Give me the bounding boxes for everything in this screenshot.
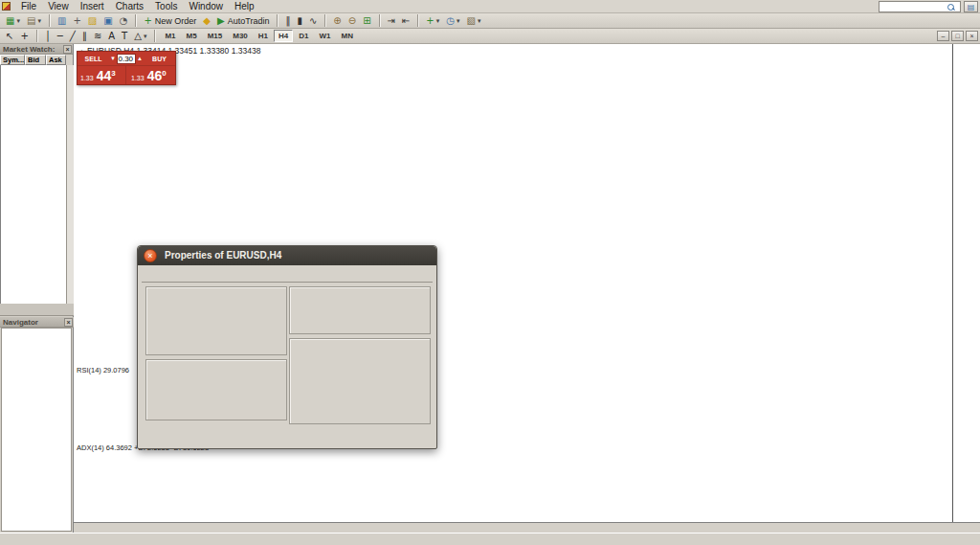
autotrading-icon: ▶ [217, 15, 225, 27]
minimize-button[interactable]: – [937, 31, 949, 41]
chart-options-group [145, 286, 287, 355]
app-icon [2, 2, 11, 11]
market-watch-close-icon[interactable]: × [63, 45, 72, 54]
timeframe-h1[interactable]: H1 [254, 30, 273, 42]
dropdown-arrow-icon: ▾ [436, 17, 440, 25]
navigator-close-icon[interactable]: × [64, 318, 73, 327]
volume-down-icon[interactable]: ▼ [109, 56, 117, 61]
line-chart-mode-button[interactable]: ∿ [306, 14, 320, 28]
menu-tools[interactable]: Tools [149, 0, 183, 12]
auto-scroll-button[interactable]: ⇥ [385, 14, 398, 28]
periods-button[interactable]: ◷▾ [443, 14, 462, 28]
candlestick-mode-button[interactable]: ▮ [294, 14, 305, 28]
metaeditor-button[interactable]: ◆ [200, 14, 213, 28]
dropdown-arrow-icon: ▾ [16, 17, 20, 25]
navigator-titlebar: Navigator × [0, 317, 74, 328]
show-options-group [289, 338, 431, 424]
dialog-titlebar[interactable]: Properties of EURUSD,H4 [138, 246, 436, 265]
menu-window[interactable]: Window [183, 0, 229, 12]
one-click-trading-widget: SELL ▼ 0.30 ▲ BUY 1.33 443 1.33 460 [77, 51, 176, 85]
fibonacci-icon: ≋ [94, 31, 101, 42]
timeframe-h4[interactable]: H4 [274, 30, 293, 42]
data-window-button[interactable]: + [70, 14, 83, 28]
search-input[interactable] [880, 2, 947, 11]
standard-toolbar: ▦▾▤▾▥+▨▣◔+New Order◆▶AutoTradin‖▮∿⊕⊖⊞⇥⇤+… [0, 13, 980, 29]
chart-window-buttons: –□× [937, 31, 978, 41]
search-box[interactable] [879, 1, 961, 12]
market-watch-rows [0, 65, 66, 304]
navigator-title: Navigator [3, 318, 38, 327]
column-header-sym[interactable]: Sym... [0, 55, 25, 65]
menu-insert[interactable]: Insert [75, 0, 110, 12]
volume-value[interactable]: 0.30 [117, 54, 136, 64]
menu-file[interactable]: File [15, 0, 42, 12]
chart-shift-icon: ⇤ [402, 15, 410, 27]
terminal-icon: ▣ [103, 15, 112, 27]
timeframe-m15[interactable]: M15 [203, 30, 228, 42]
market-watch-button[interactable]: ▥ [55, 14, 69, 28]
volume-stepper[interactable]: ▼ 0.30 ▲ [109, 52, 144, 65]
column-header-ask[interactable]: Ask [46, 55, 66, 65]
text-label-icon: T [122, 31, 127, 42]
line-studies-toolbar: ↖+│─╱∥≋AT△▾M1M5M15M30H1H4D1W1MN [0, 29, 980, 44]
trendline-button[interactable]: ╱ [67, 30, 78, 43]
crosshair-button[interactable]: + [17, 30, 31, 43]
vertical-line-icon: │ [45, 31, 51, 42]
horizontal-line-button[interactable]: ─ [55, 30, 66, 43]
dropdown-arrow-icon: ▾ [144, 33, 147, 40]
adx-pane[interactable] [74, 442, 952, 522]
help-button[interactable]: ▤ [964, 1, 978, 12]
zoom-in-button[interactable]: ⊕ [330, 14, 344, 28]
buy-price-pip: 0 [162, 69, 166, 78]
dialog-close-button[interactable]: × [144, 249, 157, 262]
new-chart-button[interactable]: ▦▾ [3, 14, 23, 28]
volume-up-icon[interactable]: ▲ [136, 56, 144, 61]
menu-help[interactable]: Help [229, 0, 260, 12]
arrows-button[interactable]: △▾ [131, 30, 149, 43]
strategy-tester-button[interactable]: ◔ [117, 14, 131, 28]
vertical-line-button[interactable]: │ [42, 30, 54, 43]
zoom-out-button[interactable]: ⊖ [345, 14, 359, 28]
cursor-button[interactable]: ↖ [3, 30, 16, 43]
menu-charts[interactable]: Charts [110, 0, 149, 12]
timeframe-m5[interactable]: M5 [182, 30, 202, 42]
templates-button[interactable]: ▧▾ [463, 14, 483, 28]
close-button[interactable]: × [966, 31, 978, 41]
chart-shift-button[interactable]: ⇤ [399, 14, 412, 28]
new-order-button[interactable]: +New Order [141, 14, 199, 28]
market-watch-scrollbar[interactable] [66, 65, 74, 304]
mt4-terminal: { "window": { "menu": ["File","View","In… [0, 0, 980, 545]
navigator-body[interactable] [1, 328, 72, 532]
equidistant-channel-button[interactable]: ∥ [79, 30, 90, 43]
left-panel: Market Watch: 12:13 × Sym...BidAsk Navig… [0, 44, 74, 533]
column-header-bid[interactable]: Bid [25, 55, 46, 65]
buy-price[interactable]: 1.33 460 [126, 66, 175, 84]
timeframe-mn[interactable]: MN [337, 30, 358, 42]
crosshair-icon: + [20, 31, 28, 42]
timeframe-m1[interactable]: M1 [160, 30, 180, 42]
terminal-button[interactable]: ▣ [100, 14, 115, 28]
menu-view[interactable]: View [42, 0, 75, 12]
new-order-icon: + [144, 15, 151, 27]
sell-button[interactable]: SELL [78, 52, 109, 65]
line-chart-mode-icon: ∿ [309, 15, 317, 27]
indicators-button[interactable]: +▾ [423, 14, 442, 28]
timeframe-d1[interactable]: D1 [294, 30, 313, 42]
navigator-button[interactable]: ▨ [85, 14, 100, 28]
bar-chart-mode-icon: ‖ [285, 15, 290, 27]
restore-button[interactable]: □ [951, 31, 964, 41]
sell-price-big: 44 [97, 68, 112, 83]
text-button[interactable]: A [105, 30, 118, 43]
market-watch-tabs [0, 304, 74, 316]
profiles-button[interactable]: ▤▾ [24, 14, 44, 28]
fibonacci-button[interactable]: ≋ [91, 30, 104, 43]
timeframe-w1[interactable]: W1 [315, 30, 336, 42]
buy-button[interactable]: BUY [144, 52, 175, 65]
timeframe-m30[interactable]: M30 [228, 30, 253, 42]
tile-windows-button[interactable]: ⊞ [360, 14, 373, 28]
properties-dialog: Properties of EURUSD,H4 × [137, 245, 437, 449]
sell-price[interactable]: 1.33 443 [78, 66, 126, 84]
bar-chart-mode-button[interactable]: ‖ [282, 14, 293, 28]
text-label-button[interactable]: T [119, 30, 130, 43]
autotrading-button[interactable]: ▶AutoTradin [214, 14, 272, 28]
